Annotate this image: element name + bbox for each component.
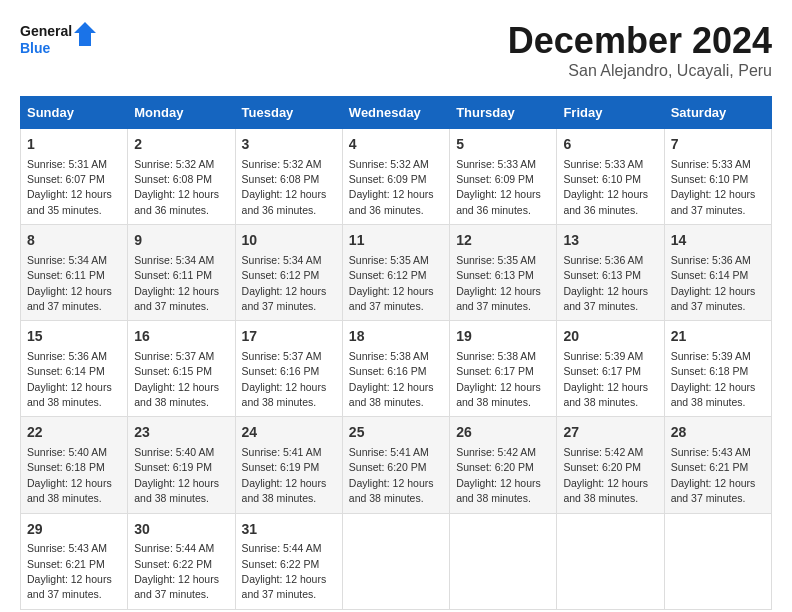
day-info: Sunrise: 5:36 AMSunset: 6:14 PMDaylight:… bbox=[27, 350, 112, 408]
calendar-cell: 12 Sunrise: 5:35 AMSunset: 6:13 PMDaylig… bbox=[450, 225, 557, 321]
calendar-cell: 14 Sunrise: 5:36 AMSunset: 6:14 PMDaylig… bbox=[664, 225, 771, 321]
day-number: 6 bbox=[563, 135, 657, 155]
day-info: Sunrise: 5:39 AMSunset: 6:18 PMDaylight:… bbox=[671, 350, 756, 408]
calendar-cell bbox=[450, 513, 557, 609]
day-number: 23 bbox=[134, 423, 228, 443]
day-number: 28 bbox=[671, 423, 765, 443]
svg-text:General: General bbox=[20, 23, 72, 39]
day-info: Sunrise: 5:42 AMSunset: 6:20 PMDaylight:… bbox=[456, 446, 541, 504]
calendar-cell: 26 Sunrise: 5:42 AMSunset: 6:20 PMDaylig… bbox=[450, 417, 557, 513]
logo-svg: General Blue bbox=[20, 20, 100, 60]
calendar-cell: 11 Sunrise: 5:35 AMSunset: 6:12 PMDaylig… bbox=[342, 225, 449, 321]
day-info: Sunrise: 5:42 AMSunset: 6:20 PMDaylight:… bbox=[563, 446, 648, 504]
day-info: Sunrise: 5:36 AMSunset: 6:13 PMDaylight:… bbox=[563, 254, 648, 312]
day-info: Sunrise: 5:31 AMSunset: 6:07 PMDaylight:… bbox=[27, 158, 112, 216]
day-number: 18 bbox=[349, 327, 443, 347]
day-info: Sunrise: 5:37 AMSunset: 6:16 PMDaylight:… bbox=[242, 350, 327, 408]
day-header-sunday: Sunday bbox=[21, 97, 128, 129]
day-number: 26 bbox=[456, 423, 550, 443]
day-info: Sunrise: 5:40 AMSunset: 6:18 PMDaylight:… bbox=[27, 446, 112, 504]
day-info: Sunrise: 5:38 AMSunset: 6:17 PMDaylight:… bbox=[456, 350, 541, 408]
day-header-tuesday: Tuesday bbox=[235, 97, 342, 129]
week-row-5: 29 Sunrise: 5:43 AMSunset: 6:21 PMDaylig… bbox=[21, 513, 772, 609]
day-number: 30 bbox=[134, 520, 228, 540]
day-info: Sunrise: 5:33 AMSunset: 6:10 PMDaylight:… bbox=[671, 158, 756, 216]
day-number: 5 bbox=[456, 135, 550, 155]
day-header-wednesday: Wednesday bbox=[342, 97, 449, 129]
calendar-cell: 10 Sunrise: 5:34 AMSunset: 6:12 PMDaylig… bbox=[235, 225, 342, 321]
day-number: 24 bbox=[242, 423, 336, 443]
calendar-cell: 16 Sunrise: 5:37 AMSunset: 6:15 PMDaylig… bbox=[128, 321, 235, 417]
day-header-thursday: Thursday bbox=[450, 97, 557, 129]
day-number: 14 bbox=[671, 231, 765, 251]
day-number: 21 bbox=[671, 327, 765, 347]
day-number: 7 bbox=[671, 135, 765, 155]
day-info: Sunrise: 5:36 AMSunset: 6:14 PMDaylight:… bbox=[671, 254, 756, 312]
day-number: 9 bbox=[134, 231, 228, 251]
calendar-cell: 23 Sunrise: 5:40 AMSunset: 6:19 PMDaylig… bbox=[128, 417, 235, 513]
day-header-saturday: Saturday bbox=[664, 97, 771, 129]
calendar-cell: 30 Sunrise: 5:44 AMSunset: 6:22 PMDaylig… bbox=[128, 513, 235, 609]
calendar-cell: 3 Sunrise: 5:32 AMSunset: 6:08 PMDayligh… bbox=[235, 129, 342, 225]
day-info: Sunrise: 5:32 AMSunset: 6:08 PMDaylight:… bbox=[134, 158, 219, 216]
day-number: 17 bbox=[242, 327, 336, 347]
day-info: Sunrise: 5:43 AMSunset: 6:21 PMDaylight:… bbox=[27, 542, 112, 600]
calendar-cell: 9 Sunrise: 5:34 AMSunset: 6:11 PMDayligh… bbox=[128, 225, 235, 321]
svg-text:Blue: Blue bbox=[20, 40, 51, 56]
day-info: Sunrise: 5:32 AMSunset: 6:09 PMDaylight:… bbox=[349, 158, 434, 216]
day-header-friday: Friday bbox=[557, 97, 664, 129]
calendar-cell: 21 Sunrise: 5:39 AMSunset: 6:18 PMDaylig… bbox=[664, 321, 771, 417]
calendar-cell: 18 Sunrise: 5:38 AMSunset: 6:16 PMDaylig… bbox=[342, 321, 449, 417]
location-title: San Alejandro, Ucayali, Peru bbox=[508, 62, 772, 80]
day-number: 22 bbox=[27, 423, 121, 443]
day-number: 2 bbox=[134, 135, 228, 155]
day-info: Sunrise: 5:33 AMSunset: 6:10 PMDaylight:… bbox=[563, 158, 648, 216]
calendar-cell: 29 Sunrise: 5:43 AMSunset: 6:21 PMDaylig… bbox=[21, 513, 128, 609]
day-number: 13 bbox=[563, 231, 657, 251]
calendar-cell: 1 Sunrise: 5:31 AMSunset: 6:07 PMDayligh… bbox=[21, 129, 128, 225]
calendar-cell bbox=[664, 513, 771, 609]
day-info: Sunrise: 5:43 AMSunset: 6:21 PMDaylight:… bbox=[671, 446, 756, 504]
calendar-cell: 17 Sunrise: 5:37 AMSunset: 6:16 PMDaylig… bbox=[235, 321, 342, 417]
calendar-cell: 8 Sunrise: 5:34 AMSunset: 6:11 PMDayligh… bbox=[21, 225, 128, 321]
day-number: 19 bbox=[456, 327, 550, 347]
day-info: Sunrise: 5:35 AMSunset: 6:12 PMDaylight:… bbox=[349, 254, 434, 312]
calendar-cell: 20 Sunrise: 5:39 AMSunset: 6:17 PMDaylig… bbox=[557, 321, 664, 417]
day-info: Sunrise: 5:37 AMSunset: 6:15 PMDaylight:… bbox=[134, 350, 219, 408]
title-area: December 2024 San Alejandro, Ucayali, Pe… bbox=[508, 20, 772, 80]
day-info: Sunrise: 5:41 AMSunset: 6:19 PMDaylight:… bbox=[242, 446, 327, 504]
calendar-cell: 27 Sunrise: 5:42 AMSunset: 6:20 PMDaylig… bbox=[557, 417, 664, 513]
day-number: 8 bbox=[27, 231, 121, 251]
week-row-1: 1 Sunrise: 5:31 AMSunset: 6:07 PMDayligh… bbox=[21, 129, 772, 225]
week-row-3: 15 Sunrise: 5:36 AMSunset: 6:14 PMDaylig… bbox=[21, 321, 772, 417]
calendar-cell: 24 Sunrise: 5:41 AMSunset: 6:19 PMDaylig… bbox=[235, 417, 342, 513]
calendar-cell: 15 Sunrise: 5:36 AMSunset: 6:14 PMDaylig… bbox=[21, 321, 128, 417]
calendar-cell: 5 Sunrise: 5:33 AMSunset: 6:09 PMDayligh… bbox=[450, 129, 557, 225]
day-info: Sunrise: 5:41 AMSunset: 6:20 PMDaylight:… bbox=[349, 446, 434, 504]
day-number: 29 bbox=[27, 520, 121, 540]
calendar-cell: 2 Sunrise: 5:32 AMSunset: 6:08 PMDayligh… bbox=[128, 129, 235, 225]
day-info: Sunrise: 5:44 AMSunset: 6:22 PMDaylight:… bbox=[134, 542, 219, 600]
calendar-cell bbox=[342, 513, 449, 609]
day-number: 10 bbox=[242, 231, 336, 251]
month-title: December 2024 bbox=[508, 20, 772, 62]
header-row: SundayMondayTuesdayWednesdayThursdayFrid… bbox=[21, 97, 772, 129]
calendar-cell: 31 Sunrise: 5:44 AMSunset: 6:22 PMDaylig… bbox=[235, 513, 342, 609]
calendar-cell: 28 Sunrise: 5:43 AMSunset: 6:21 PMDaylig… bbox=[664, 417, 771, 513]
day-info: Sunrise: 5:34 AMSunset: 6:11 PMDaylight:… bbox=[27, 254, 112, 312]
day-number: 11 bbox=[349, 231, 443, 251]
day-number: 4 bbox=[349, 135, 443, 155]
day-info: Sunrise: 5:44 AMSunset: 6:22 PMDaylight:… bbox=[242, 542, 327, 600]
week-row-4: 22 Sunrise: 5:40 AMSunset: 6:18 PMDaylig… bbox=[21, 417, 772, 513]
calendar-cell: 6 Sunrise: 5:33 AMSunset: 6:10 PMDayligh… bbox=[557, 129, 664, 225]
calendar-table: SundayMondayTuesdayWednesdayThursdayFrid… bbox=[20, 96, 772, 610]
day-number: 20 bbox=[563, 327, 657, 347]
day-number: 15 bbox=[27, 327, 121, 347]
calendar-cell bbox=[557, 513, 664, 609]
header: General Blue December 2024 San Alejandro… bbox=[20, 20, 772, 80]
day-number: 1 bbox=[27, 135, 121, 155]
day-number: 16 bbox=[134, 327, 228, 347]
calendar-cell: 25 Sunrise: 5:41 AMSunset: 6:20 PMDaylig… bbox=[342, 417, 449, 513]
day-header-monday: Monday bbox=[128, 97, 235, 129]
day-number: 31 bbox=[242, 520, 336, 540]
